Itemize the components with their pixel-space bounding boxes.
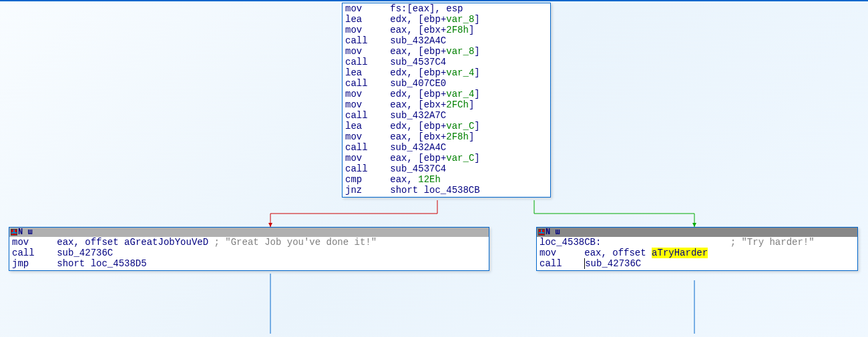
block-icon [538, 229, 545, 236]
operand-kw: short [57, 258, 90, 269]
operand-sep: , [601, 248, 612, 258]
mnemonic: mov [539, 248, 556, 258]
comment: ; "Great Job you've done it!" [214, 237, 377, 248]
operand-sep: , [73, 237, 85, 248]
block-header-text: N ɯ [546, 228, 560, 237]
code-body-left: mov eax, offset aGreatJobYouVeD ; "Great… [9, 237, 489, 270]
operand-kw: offset [85, 237, 118, 248]
operand-sub: sub_42736C [585, 258, 641, 269]
mnemonic: mov [12, 237, 29, 248]
operand-reg: eax [584, 248, 601, 258]
block-icon [11, 229, 17, 236]
operand-sym: aGreatJobYouVeD [119, 237, 214, 248]
block-header-text: N ɯ [18, 228, 33, 237]
mnemonic: jmp [12, 258, 29, 269]
block-header-left: N ɯ [9, 228, 489, 237]
operand-reg: eax [57, 237, 73, 248]
operand-kw: offset [612, 248, 652, 258]
comment: ; "Try harder!" [730, 237, 815, 248]
code-body-top: mov fs:[eax], esp lea edx, [ebp+var_8] m… [343, 3, 550, 197]
top-separator [0, 0, 868, 1]
mnemonic: call [539, 258, 562, 269]
basic-block-top[interactable]: mov fs:[eax], esp lea edx, [ebp+var_8] m… [342, 3, 551, 198]
operand-sub: sub_42736C [57, 248, 113, 258]
block-header-right: N ɯ [537, 228, 857, 237]
basic-block-right[interactable]: N ɯ loc_4538CB: ; "Try harder!" mov eax,… [536, 227, 858, 271]
loc-label: loc_4538CB: [539, 237, 601, 248]
mnemonic: call [12, 248, 35, 258]
code-body-right: loc_4538CB: ; "Try harder!" mov eax, off… [537, 237, 857, 270]
operand-label: loc_4538D5 [91, 258, 147, 269]
highlighted-symbol[interactable]: aTryHarder [652, 248, 708, 258]
basic-block-left[interactable]: N ɯ mov eax, offset aGreatJobYouVeD ; "G… [9, 227, 489, 271]
